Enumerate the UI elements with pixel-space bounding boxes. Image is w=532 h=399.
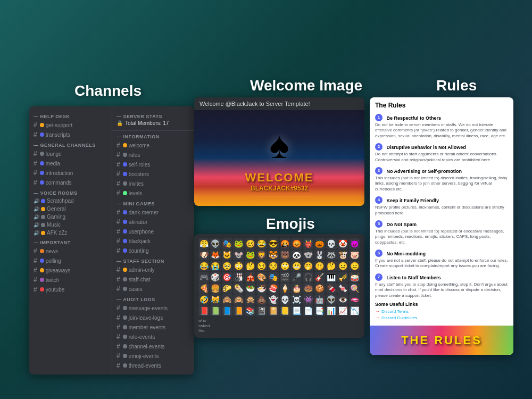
emoji-cell[interactable]: 🥗 [245,283,255,294]
emoji-cell[interactable]: 🍩 [303,283,313,294]
channel-commands[interactable]: # commands [29,178,112,187]
emoji-cell[interactable]: 😈 [349,238,360,249]
channel-emoji-events[interactable]: # emoji-events [112,351,194,361]
emoji-cell[interactable]: 👻 [268,294,279,305]
emoji-cell[interactable]: 🤡 [337,238,348,249]
emoji-cell[interactable]: 📃 [291,305,302,316]
emoji-cell[interactable]: 🍦 [280,283,290,294]
emoji-cell[interactable]: 😎 [268,238,279,249]
emoji-cell[interactable]: 🎨 [256,272,267,282]
emoji-cell[interactable]: 🙉 [233,294,244,305]
emoji-cell[interactable]: 😑 [349,261,360,271]
channel-blackjack[interactable]: # blackjack [112,236,194,246]
emoji-cell[interactable]: 🐸 [233,238,244,249]
emoji-cell[interactable]: 💀 [326,238,337,249]
emoji-cell[interactable]: 🥴 [245,238,255,249]
emoji-cell[interactable]: 📉 [349,305,360,316]
rules-link-discord-terms[interactable]: Discord Terms [375,309,508,314]
channel-self-roles[interactable]: # self-roles [112,160,194,169]
emoji-cell[interactable]: 🐰 [314,250,325,260]
emoji-cell[interactable]: 📈 [337,305,348,316]
channel-role-events[interactable]: # role-events [112,332,194,342]
emoji-cell[interactable]: 📔 [268,305,279,316]
channel-akinator[interactable]: # akinator [112,217,194,227]
emoji-cell[interactable]: 🙊 [245,294,255,305]
emoji-cell[interactable]: 🤔 [326,261,337,271]
emoji-cell[interactable]: 🍔 [210,283,221,294]
voice-gaming[interactable]: 🔊 Gaming [29,213,112,221]
emoji-cell[interactable]: 🌯 [233,283,244,294]
channel-news[interactable]: # news [29,246,112,256]
emoji-cell[interactable]: 📚 [245,305,255,316]
emoji-cell[interactable]: 👹 [303,238,313,249]
emoji-cell[interactable]: 🎃 [314,238,325,249]
emoji-cell[interactable]: 😬 [291,261,302,271]
voice-music[interactable]: 🔊 Music [29,221,112,229]
emoji-cell[interactable]: 😂 [198,261,209,271]
emoji-cell[interactable]: 🐱 [222,250,232,260]
emoji-cell[interactable]: 🌮 [222,283,232,294]
emoji-cell[interactable]: 🎳 [233,272,244,282]
emoji-cell[interactable]: 🫦 [349,294,360,305]
emoji-cell[interactable]: 🦊 [210,250,221,260]
emoji-cell[interactable]: 📓 [256,305,267,316]
emoji-cell[interactable]: 🐻 [280,250,290,260]
emoji-cell[interactable]: 🎪 [245,272,255,282]
emoji-cell[interactable]: 📊 [326,305,337,316]
emoji-cell[interactable]: 🤬 [280,238,290,249]
emoji-cell[interactable]: 📑 [314,305,325,316]
emoji-cell[interactable]: 🙄 [280,261,290,271]
emoji-cell[interactable]: 🦁 [256,250,267,260]
emoji-cell[interactable]: 🎧 [303,272,313,282]
channel-invites[interactable]: # invites [112,179,194,188]
emoji-cell[interactable]: 😂 [256,238,267,249]
emoji-cell[interactable]: 📄 [303,305,313,316]
channel-thread-events[interactable]: # thread-events [112,361,194,370]
emoji-cell[interactable]: 😹 [210,294,221,305]
emoji-cell[interactable]: 🤫 [314,261,325,271]
emoji-cell[interactable]: 🐮 [337,250,348,260]
voice-general[interactable]: 🔊 General [29,205,112,213]
emoji-cell[interactable]: 👽 [326,294,337,305]
channel-transcripts[interactable]: # transcripts [29,130,112,139]
emoji-cell[interactable]: 🍕 [198,283,209,294]
emoji-cell[interactable]: 🎂 [291,283,302,294]
emoji-cell[interactable]: 🐨 [303,250,313,260]
emoji-cell[interactable]: 😭 [210,261,221,271]
emoji-cell[interactable]: 📘 [222,305,232,316]
channel-twitch[interactable]: # twitch [29,275,112,285]
emoji-cell[interactable]: 🎭 [268,272,279,282]
emoji-cell[interactable]: 🍬 [337,283,348,294]
rules-link-discord-guidelines[interactable]: Discord Guidelines [375,315,508,320]
channel-lounge[interactable]: # lounge [29,149,112,159]
emoji-cell[interactable]: 🤖 [314,294,325,305]
emoji-cell[interactable]: 🐸 [245,250,255,260]
emoji-cell[interactable]: 🎺 [337,272,348,282]
channel-cases[interactable]: # cases [112,284,194,294]
channel-polling[interactable]: # polling [29,256,112,265]
emoji-cell[interactable]: 👽 [210,238,221,249]
emoji-cell[interactable]: 🎲 [210,272,221,282]
emoji-cell[interactable]: 🎭 [222,238,232,249]
emoji-cell[interactable]: 😐 [337,261,348,271]
emoji-cell[interactable]: 🎮 [198,272,209,282]
emoji-cell[interactable]: 💩 [256,294,267,305]
emoji-cell[interactable]: 😒 [268,261,279,271]
emoji-cell[interactable]: 📗 [210,305,221,316]
channel-channel-events[interactable]: # channel-events [112,342,194,351]
emoji-cell[interactable]: 😳 [233,261,244,271]
emoji-cell[interactable]: 🍫 [326,283,337,294]
emoji-cell[interactable]: 📕 [198,305,209,316]
emoji-cell[interactable]: 🐯 [268,250,279,260]
voice-scratchpad[interactable]: 🔊 Scratchpad [29,197,112,205]
emoji-cell[interactable]: 👁️ [337,294,348,305]
emoji-cell[interactable]: 🐷 [349,250,360,260]
channel-member-events[interactable]: # member-events [112,322,194,332]
emoji-cell[interactable]: 🍜 [256,283,267,294]
channel-boosters[interactable]: # boosters [112,169,194,179]
emoji-cell[interactable]: 🐭 [233,250,244,260]
emoji-cell[interactable]: 🤣 [198,294,209,305]
voice-afk[interactable]: 🔊 AFK zZz [29,229,112,237]
channel-get-support[interactable]: # get-support [29,120,112,130]
channel-rules[interactable]: # rules [112,150,194,160]
